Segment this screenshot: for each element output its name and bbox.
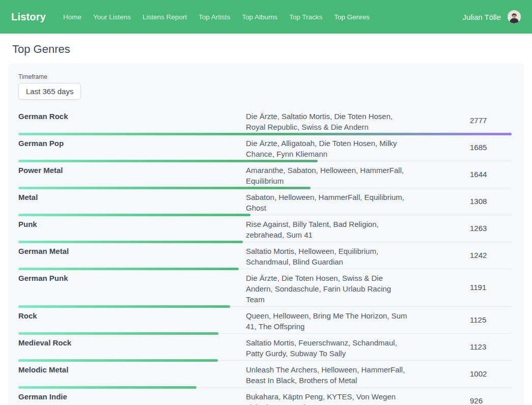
nav-link-top-genres[interactable]: Top Genres xyxy=(334,13,370,21)
nav-link-your-listens[interactable]: Your Listens xyxy=(93,13,131,21)
nav-link-top-artists[interactable]: Top Artists xyxy=(199,13,230,21)
genre-listen-count: 1644 xyxy=(470,170,487,179)
top-genres-card: Timeframe Last 365 days German RockDie Ä… xyxy=(8,63,524,405)
genre-bar-fill xyxy=(18,386,197,389)
genre-bar-fill xyxy=(18,332,218,335)
genre-listen-count: 1125 xyxy=(470,315,486,324)
genre-top-artists: Saltatio Mortis, Feuerschwanz, Schandmau… xyxy=(246,337,410,359)
genre-top-artists: Die Ärzte, Alligatoah, Die Toten Hosen, … xyxy=(246,138,410,159)
genre-listen-count: 1263 xyxy=(470,224,487,233)
genre-listen-count: 1123 xyxy=(470,342,486,351)
top-navbar: Listory HomeYour ListensListens ReportTo… xyxy=(0,0,532,34)
nav-link-top-albums[interactable]: Top Albums xyxy=(242,13,277,21)
genre-row: PunkRise Against, Billy Talent, Bad Reli… xyxy=(18,217,514,244)
genre-name: Melodic Metal xyxy=(18,364,246,386)
genre-row: German RockDie Ärzte, Saltatio Mortis, D… xyxy=(18,109,514,136)
genre-bar-fill xyxy=(18,305,230,308)
app-logo[interactable]: Listory xyxy=(11,11,46,23)
genre-name: German Pop xyxy=(18,138,246,159)
genre-top-artists: Saltatio Mortis, Helloween, Equilibrium,… xyxy=(246,246,410,267)
genre-top-artists: Die Ärzte, Die Toten Hosen, Swiss & Die … xyxy=(246,273,410,305)
genre-row: Melodic MetalUnleash The Archers, Hellow… xyxy=(18,363,514,390)
genre-listen-count: 1308 xyxy=(470,197,487,206)
genre-row: German IndieBukahara, Käptn Peng, KYTES,… xyxy=(18,390,514,405)
genre-name: German Metal xyxy=(18,246,246,267)
genre-listen-count: 1685 xyxy=(470,143,487,152)
genre-row: MetalSabaton, Helloween, HammerFall, Equ… xyxy=(18,190,514,217)
genre-row: German MetalSaltatio Mortis, Helloween, … xyxy=(18,244,514,271)
genre-top-artists: Queen, Helloween, Bring Me The Horizon, … xyxy=(246,310,410,332)
genre-bar-fill xyxy=(18,359,218,362)
genre-listen-count: 1191 xyxy=(470,283,486,292)
genre-row: Medieval RockSaltatio Mortis, Feuerschwa… xyxy=(18,336,514,363)
nav-link-listens-report[interactable]: Listens Report xyxy=(143,13,187,21)
genre-row: Power MetalAmaranthe, Sabaton, Helloween… xyxy=(18,163,514,190)
genre-listen-count: 926 xyxy=(470,396,483,405)
nav-link-home[interactable]: Home xyxy=(63,13,81,21)
genre-top-artists: Sabaton, Helloween, HammerFall, Equilibr… xyxy=(246,192,410,213)
genre-listen-count: 2777 xyxy=(470,116,487,125)
genre-name: Power Metal xyxy=(18,165,246,186)
genre-name: German Rock xyxy=(18,111,246,132)
genre-name: Rock xyxy=(18,310,246,332)
genre-name: Metal xyxy=(18,192,246,213)
timeframe-label: Timeframe xyxy=(18,73,514,80)
genre-name: Punk xyxy=(18,219,246,240)
timeframe-select[interactable]: Last 365 days xyxy=(18,83,81,100)
genre-row: German PopDie Ärzte, Alligatoah, Die Tot… xyxy=(18,136,514,163)
genres-table: German RockDie Ärzte, Saltatio Mortis, D… xyxy=(18,109,514,405)
main-nav: HomeYour ListensListens ReportTop Artist… xyxy=(63,13,462,21)
genre-bar-fill xyxy=(18,214,250,216)
genre-top-artists: Bukahara, Käptn Peng, KYTES, Von Wegen L… xyxy=(246,391,410,405)
genre-bar-fill xyxy=(18,241,243,243)
genre-top-artists: Amaranthe, Sabaton, Helloween, HammerFal… xyxy=(246,165,410,186)
user-menu: Julian Tölle xyxy=(462,10,521,23)
genre-bar-fill xyxy=(18,133,512,135)
genre-name: German Punk xyxy=(18,273,246,305)
avatar-image xyxy=(508,10,521,23)
user-name[interactable]: Julian Tölle xyxy=(462,13,501,21)
genre-row: RockQueen, Helloween, Bring Me The Horiz… xyxy=(18,309,514,336)
genre-name: German Indie xyxy=(18,391,246,405)
genre-listen-count: 1242 xyxy=(470,251,487,259)
user-avatar[interactable] xyxy=(508,10,521,23)
genre-bar-fill xyxy=(18,268,239,270)
genre-bar-fill xyxy=(18,160,318,162)
nav-link-top-tracks[interactable]: Top Tracks xyxy=(289,13,322,21)
genre-row: German PunkDie Ärzte, Die Toten Hosen, S… xyxy=(18,271,514,309)
genre-top-artists: Die Ärzte, Saltatio Mortis, Die Toten Ho… xyxy=(246,111,410,132)
genre-name: Medieval Rock xyxy=(18,337,246,359)
genre-top-artists: Unleash The Archers, Helloween, HammerFa… xyxy=(246,364,410,386)
genre-listen-count: 1002 xyxy=(470,369,487,378)
page-title: Top Genres xyxy=(12,43,532,56)
genre-top-artists: Rise Against, Billy Talent, Bad Religion… xyxy=(246,219,410,240)
genre-bar-fill xyxy=(18,187,311,189)
